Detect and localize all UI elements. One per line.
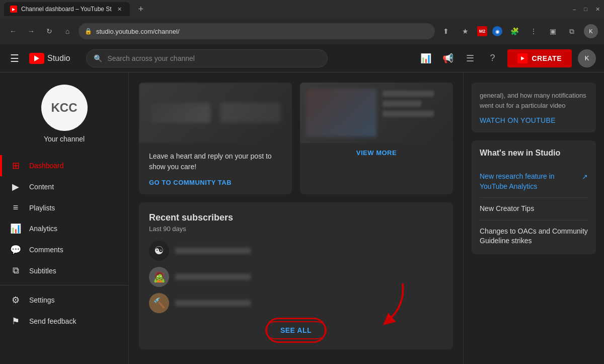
- subtitles-icon: ⧉: [10, 265, 21, 276]
- sidebar-item-label-content: Content: [29, 183, 54, 191]
- community-card-text: Leave a heart and reply on your post to …: [149, 151, 282, 172]
- annotation-arrow: [362, 281, 413, 326]
- subscribers-header: Recent subscribers Last 90 days: [149, 212, 443, 233]
- blur-placeholder-1: [150, 103, 210, 123]
- content-area: Leave a heart and reply on your post to …: [129, 72, 463, 364]
- cards-grid: Leave a heart and reply on your post to …: [139, 83, 453, 202]
- external-link-icon: ↗: [582, 172, 588, 182]
- sidebar-item-playlists[interactable]: ≡ Playlists: [0, 197, 128, 218]
- back-button[interactable]: ←: [6, 24, 20, 38]
- content-icon: ▶: [10, 181, 21, 192]
- user-avatar[interactable]: K: [578, 49, 596, 67]
- subscribers-title: Recent subscribers: [149, 212, 443, 223]
- create-play-icon: [521, 56, 524, 60]
- sidebar-item-label-feedback: Send feedback: [29, 317, 76, 325]
- youtube-play-icon: [34, 55, 39, 61]
- nav-divider: [0, 285, 128, 285]
- sidebar-item-analytics[interactable]: 📊 Analytics: [0, 218, 128, 239]
- sidebar-item-label-comments: Comments: [29, 246, 63, 254]
- news-item-text-1: New research feature in YouTube Analytic…: [480, 172, 579, 191]
- studio-logo[interactable]: Studio: [29, 53, 70, 64]
- analytics-nav-icon: 📊: [10, 223, 21, 234]
- search-icon: 🔍: [94, 54, 102, 62]
- search-box[interactable]: 🔍 Search across your channel: [86, 49, 328, 67]
- sidebar-item-label-dashboard: Dashboard: [29, 162, 64, 170]
- tab-close-icon[interactable]: ✕: [116, 5, 124, 13]
- sidebar-item-content[interactable]: ▶ Content: [0, 176, 128, 197]
- create-button[interactable]: CREATE: [507, 49, 572, 67]
- blur-placeholder-2: [220, 103, 281, 123]
- browser-profile-avatar[interactable]: K: [584, 24, 598, 38]
- whats-new-title: What's new in Studio: [480, 149, 588, 158]
- more-options-icon[interactable]: ☰: [461, 49, 479, 67]
- go-to-community-link[interactable]: GO TO COMMUNITY TAB: [149, 179, 232, 186]
- extensions-icon[interactable]: 🧩: [507, 24, 521, 38]
- window-controls: – □ ✕: [573, 6, 600, 13]
- subscribers-card: Recent subscribers Last 90 days ☯ 🧟: [139, 202, 453, 349]
- news-item-3[interactable]: Changes to OACs and Community Guideline …: [480, 221, 588, 246]
- news-item-text-3: Changes to OACs and Community Guideline …: [480, 227, 588, 245]
- tab-title: Channel dashboard – YouTube St: [21, 6, 112, 13]
- dashboard-icon: ⊞: [10, 160, 21, 171]
- watch-on-youtube-link[interactable]: WATCH ON YOUTUBE: [480, 116, 556, 124]
- studio-app: ☰ Studio 🔍 Search across your channel 📊 …: [0, 44, 604, 364]
- extension-red-icon[interactable]: M2: [477, 26, 487, 36]
- sidebar-icon[interactable]: ▣: [546, 24, 560, 38]
- list-item: ☯: [149, 241, 443, 261]
- browser-tab[interactable]: ▶ Channel dashboard – YouTube St ✕: [4, 2, 130, 16]
- sidebar: KCC Your channel ⊞ Dashboard ▶ Content ≡…: [0, 44, 129, 364]
- refresh-button[interactable]: ↻: [42, 24, 56, 38]
- blur-line-1: [383, 91, 434, 97]
- right-panel: general), and how many notifications wen…: [463, 72, 604, 364]
- see-all-button[interactable]: SEE ALL: [265, 321, 327, 339]
- close-icon[interactable]: ✕: [595, 6, 600, 13]
- blur-line-2: [383, 101, 421, 107]
- share-icon[interactable]: ⬆: [439, 24, 453, 38]
- news-item-2[interactable]: New Creator Tips: [480, 198, 588, 221]
- news-item-text-2: New Creator Tips: [480, 204, 534, 212]
- splitscreen-icon[interactable]: ⧉: [565, 24, 579, 38]
- youtube-logo-icon: [29, 53, 44, 64]
- home-button[interactable]: ⌂: [60, 24, 74, 38]
- community-card: Leave a heart and reply on your post to …: [139, 83, 292, 194]
- news-item-1[interactable]: New research feature in YouTube Analytic…: [480, 166, 588, 198]
- hamburger-icon[interactable]: ☰: [8, 50, 21, 66]
- notification-text: general), and how many notifications wen…: [480, 91, 588, 110]
- search-placeholder: Search across your channel: [107, 54, 195, 62]
- minimize-icon[interactable]: –: [573, 6, 576, 13]
- analytics-icon[interactable]: 📊: [417, 49, 435, 67]
- search-container: 🔍 Search across your channel: [86, 49, 328, 67]
- news-item-link-1[interactable]: New research feature in YouTube Analytic…: [480, 172, 588, 191]
- maximize-icon[interactable]: □: [584, 6, 587, 13]
- header-right: 📊 📢 ☰ ? CREATE K: [417, 49, 596, 67]
- sidebar-nav: ⊞ Dashboard ▶ Content ≡ Playlists 📊 Anal…: [0, 151, 128, 336]
- video-thumbnail: [306, 89, 376, 137]
- sidebar-item-dashboard[interactable]: ⊞ Dashboard: [0, 155, 128, 176]
- extension-blue-icon[interactable]: ◉: [492, 26, 502, 36]
- menu-dots-icon[interactable]: ⋮: [526, 24, 541, 38]
- browser-titlebar: ▶ Channel dashboard – YouTube St ✕ + – □…: [0, 0, 604, 18]
- main-content: Leave a heart and reply on your post to …: [129, 44, 604, 364]
- forward-button[interactable]: →: [24, 24, 38, 38]
- subscriber-avatar-3: 🔨: [149, 293, 169, 313]
- community-card-top: [139, 83, 292, 143]
- sidebar-item-subtitles[interactable]: ⧉ Subtitles: [0, 260, 128, 281]
- create-button-label: CREATE: [532, 54, 562, 62]
- browser-toolbar-right: ⬆ ★ M2 ◉ 🧩 ⋮ ▣ ⧉ K: [439, 24, 598, 38]
- bookmark-icon[interactable]: ★: [458, 24, 472, 38]
- view-more-link[interactable]: VIEW MORE: [356, 149, 397, 157]
- sidebar-item-settings[interactable]: ⚙ Settings: [0, 289, 128, 311]
- video-info: [383, 89, 447, 137]
- channel-avatar: KCC: [41, 85, 88, 131]
- sidebar-item-feedback[interactable]: ⚑ Send feedback: [0, 311, 128, 332]
- header-icons: 📊 📢 ☰ ?: [417, 49, 501, 67]
- address-bar[interactable]: 🔒 studio.youtube.com/channel/: [79, 23, 435, 39]
- help-icon[interactable]: ?: [483, 49, 501, 67]
- see-all-wrapper: SEE ALL: [149, 321, 443, 339]
- sidebar-item-comments[interactable]: 💬 Comments: [0, 239, 128, 260]
- url-text: studio.youtube.com/channel/: [96, 28, 180, 35]
- new-tab-button[interactable]: +: [134, 2, 148, 16]
- community-card-body: Leave a heart and reply on your post to …: [139, 143, 292, 194]
- playlists-icon: ≡: [10, 202, 21, 213]
- notifications-icon[interactable]: 📢: [439, 49, 457, 67]
